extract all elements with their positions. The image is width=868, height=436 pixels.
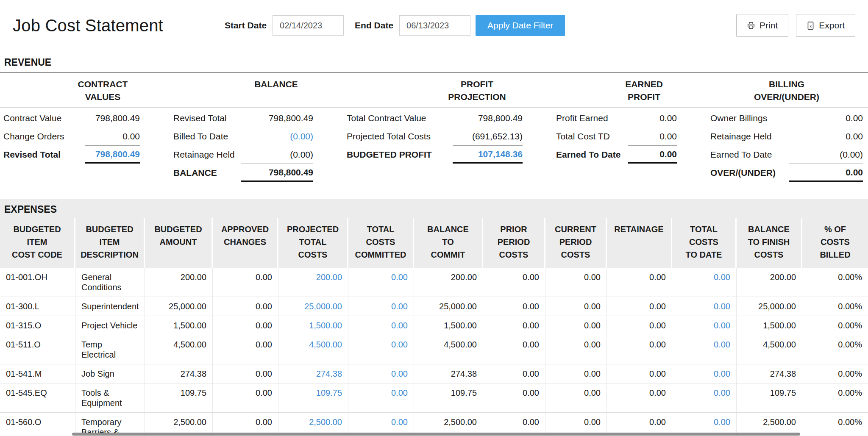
print-button-label: Print <box>760 20 778 31</box>
revenue-row-label: Total Contract Value <box>347 113 426 123</box>
revenue-row: Retainage Held(0.00) <box>173 145 313 164</box>
revenue-row-label: Revised Total <box>3 150 61 160</box>
cell-current-period-costs: 0.00 <box>545 364 607 383</box>
revenue-row-value: 0.00 <box>789 131 863 142</box>
revenue-group-2: Revised Total798,800.49Billed To Date(0.… <box>173 109 313 182</box>
cell-total-costs-to-date[interactable]: 0.00 <box>672 268 737 297</box>
revenue-row-label: Owner Billings <box>710 113 767 123</box>
cell-prior-period-costs: 0.00 <box>483 335 545 364</box>
revenue-row: Billed To Date(0.00) <box>173 127 313 145</box>
cell-total-costs-to-date[interactable]: 0.00 <box>672 383 737 412</box>
revenue-row-label: Earned To Date <box>710 150 772 160</box>
expenses-header-block: EXPENSES BUDGETEDITEMCOST CODEBUDGETEDIT… <box>0 199 868 268</box>
cell-projected-total-costs[interactable]: 4,500.00 <box>278 335 348 364</box>
cell-balance-to-commit: 25,000.00 <box>414 297 483 316</box>
cell-prior-period-costs: 0.00 <box>483 383 545 412</box>
cell-projected-total-costs[interactable]: 200.00 <box>278 268 348 297</box>
revenue-row-value[interactable]: 798,800.49 <box>85 145 140 164</box>
expenses-section-title: EXPENSES <box>0 199 868 218</box>
cell-total-costs-committed[interactable]: 0.00 <box>348 316 414 335</box>
cell-total-costs-to-date[interactable]: 0.00 <box>672 335 737 364</box>
cell-pct-of-costs-billed: 0.00% <box>802 268 868 297</box>
revenue-row-value: 0.00 <box>789 113 863 123</box>
export-button-label: Export <box>819 20 845 31</box>
cell-retainage: 0.00 <box>607 268 672 297</box>
cell-balance-to-commit: 4,500.00 <box>414 335 483 364</box>
start-date-input[interactable] <box>273 15 344 36</box>
cell-projected-total-costs[interactable]: 274.38 <box>278 364 348 383</box>
cell-balance-to-finish-costs: 25,000.00 <box>737 297 802 316</box>
cell-total-costs-to-date[interactable]: 0.00 <box>672 316 737 335</box>
cell-total-costs-to-date[interactable]: 0.00 <box>672 297 737 316</box>
revenue-row: Revised Total798,800.49 <box>3 145 140 164</box>
cell-total-costs-committed[interactable]: 0.00 <box>348 268 414 297</box>
cell-cost-code: 01-300.L <box>0 297 75 316</box>
revenue-row-value[interactable]: (0.00) <box>241 131 313 142</box>
expenses-section: EXPENSES BUDGETEDITEMCOST CODEBUDGETEDIT… <box>0 199 868 436</box>
cell-total-costs-committed[interactable]: 0.00 <box>348 335 414 364</box>
cell-retainage: 0.00 <box>607 335 672 364</box>
revenue-row-value: 798,800.49 <box>241 164 313 182</box>
revenue-group-4: Profit Earned0.00Total Cost TD0.00Earned… <box>556 109 677 182</box>
cell-budgeted-amount: 274.38 <box>145 364 213 383</box>
cell-prior-period-costs: 0.00 <box>483 268 545 297</box>
revenue-header-cell: BILLINGOVER/(UNDER) <box>710 78 863 103</box>
revenue-row: Total Contract Value798,800.49 <box>347 109 523 127</box>
cell-budgeted-amount: 1,500.00 <box>145 316 213 335</box>
cell-approved-changes: 0.00 <box>213 364 278 383</box>
start-date-label: Start Date <box>225 20 267 31</box>
horizontal-scrollbar[interactable] <box>72 433 800 436</box>
revenue-header-cell: CONTRACTVALUES <box>3 78 140 103</box>
cell-current-period-costs: 0.00 <box>545 335 607 364</box>
cell-current-period-costs: 0.00 <box>545 297 607 316</box>
end-date-input[interactable] <box>399 15 470 36</box>
cell-pct-of-costs-billed: 0.00% <box>802 383 868 412</box>
cell-prior-period-costs: 0.00 <box>483 364 545 383</box>
cell-pct-of-costs-billed: 0.00% <box>802 316 868 335</box>
revenue-row-label: BUDGETED PROFIT <box>347 150 432 160</box>
revenue-row-value[interactable]: 107,148.36 <box>453 145 523 164</box>
column-header-cost-code: BUDGETEDITEMCOST CODE <box>0 218 75 268</box>
revenue-row: Change Orders0.00 <box>3 127 140 145</box>
expenses-column-headers: BUDGETEDITEMCOST CODEBUDGETEDITEMDESCRIP… <box>0 218 868 268</box>
cell-prior-period-costs: 0.00 <box>483 297 545 316</box>
cell-balance-to-finish-costs: 1,500.00 <box>737 316 802 335</box>
revenue-column-header: PROFITPROJECTION <box>431 78 523 103</box>
table-row: 01-541.MJob Sign274.380.00274.380.00274.… <box>0 364 868 383</box>
revenue-row-value: 0.00 <box>85 131 140 142</box>
column-header-retainage: RETAINAGE <box>607 218 672 268</box>
cell-description: Tools & Equipment <box>75 383 145 412</box>
cell-pct-of-costs-billed: 0.00% <box>802 413 868 436</box>
revenue-row: BALANCE798,800.49 <box>173 164 313 182</box>
cell-retainage: 0.00 <box>607 383 672 412</box>
revenue-row: Profit Earned0.00 <box>556 109 677 127</box>
revenue-group-3: Total Contract Value798,800.49Projected … <box>347 109 523 182</box>
printer-icon <box>747 21 755 30</box>
cell-projected-total-costs[interactable]: 25,000.00 <box>278 297 348 316</box>
top-bar: Job Cost Statement Start Date End Date A… <box>0 0 868 44</box>
cell-total-costs-committed[interactable]: 0.00 <box>348 383 414 412</box>
table-row: 01-511.OTemp Electrical4,500.000.004,500… <box>0 335 868 364</box>
apply-date-filter-button[interactable]: Apply Date Filter <box>476 15 565 36</box>
cell-balance-to-commit: 1,500.00 <box>414 316 483 335</box>
expenses-table-body: 01-001.OHGeneral Conditions200.000.00200… <box>0 268 868 436</box>
revenue-header-cell: PROFITPROJECTION <box>347 78 523 103</box>
cell-total-costs-committed[interactable]: 0.00 <box>348 297 414 316</box>
revenue-row-value: (691,652.13) <box>453 131 523 142</box>
print-button[interactable]: Print <box>736 14 788 37</box>
cell-projected-total-costs[interactable]: 109.75 <box>278 383 348 412</box>
cell-description: Project Vehicle <box>75 316 145 335</box>
cell-balance-to-commit: 109.75 <box>414 383 483 412</box>
export-file-icon: x <box>807 21 815 30</box>
cell-total-costs-committed[interactable]: 0.00 <box>348 364 414 383</box>
cell-projected-total-costs[interactable]: 1,500.00 <box>278 316 348 335</box>
cell-budgeted-amount: 200.00 <box>145 268 213 297</box>
cell-current-period-costs: 0.00 <box>545 383 607 412</box>
column-header-pct-of-costs-billed: % OFCOSTSBILLED <box>802 218 868 268</box>
revenue-row-value: 0.00 <box>628 145 677 164</box>
revenue-column-header: BILLINGOVER/(UNDER) <box>710 78 863 103</box>
export-button[interactable]: x Export <box>796 14 855 37</box>
revenue-row-value: 0.00 <box>628 113 677 123</box>
cell-total-costs-to-date[interactable]: 0.00 <box>672 364 737 383</box>
cell-retainage: 0.00 <box>607 297 672 316</box>
